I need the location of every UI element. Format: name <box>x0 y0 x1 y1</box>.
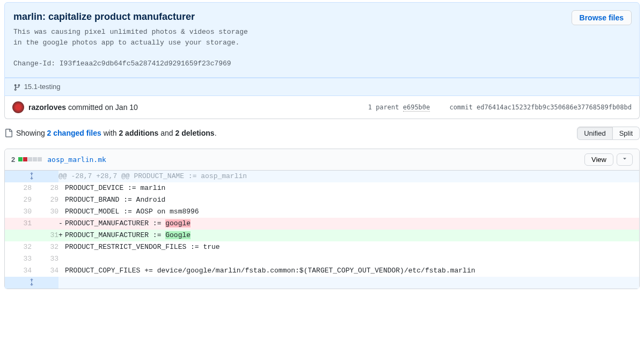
new-line-number[interactable]: 32 <box>32 241 58 253</box>
file-name-link[interactable]: aosp_marlin.mk <box>47 156 106 164</box>
code-cell: -PRODUCT_MANUFACTURER := google <box>58 218 639 230</box>
code-cell <box>58 253 639 265</box>
commit-sha: ed76414ac15232fbb9c350686e37768589fb08bd <box>477 104 632 111</box>
old-line-number[interactable]: 34 <box>5 265 32 277</box>
additions-count: 2 additions <box>119 129 158 137</box>
old-line-number[interactable] <box>5 230 32 241</box>
diff-view-toggle: Unified Split <box>577 127 640 140</box>
hunk-header: @@ -28,7 +28,7 @@ PRODUCT_NAME := aosp_m… <box>58 171 639 182</box>
code-cell: PRODUCT_BRAND := Android <box>58 194 639 206</box>
old-line-number[interactable]: 32 <box>5 241 32 253</box>
expand-button[interactable] <box>5 277 58 289</box>
commit-header: marlin: capitalize product manufacturer … <box>4 2 640 78</box>
commit-description: This was causing pixel unlimited photos … <box>13 27 631 69</box>
file-diff: 2 aosp_marlin.mk View @@ -28,7 +28,7 @@ … <box>4 149 640 289</box>
file-change-count: 2 <box>11 156 15 164</box>
old-line-number[interactable]: 31 <box>5 218 32 230</box>
code-cell: PRODUCT_MODEL := AOSP on msm8996 <box>58 206 639 218</box>
diffstat-icon <box>18 157 42 161</box>
file-menu-button[interactable] <box>617 153 633 166</box>
unfold-icon <box>27 278 36 286</box>
commit-sha-info: 1 parent e695b0e commit ed76414ac15232fb… <box>368 104 632 111</box>
changed-files-link[interactable]: 2 changed files <box>47 129 101 137</box>
code-cell: PRODUCT_COPY_FILES += device/google/marl… <box>58 265 639 277</box>
old-line-number[interactable]: 29 <box>5 194 32 206</box>
commit-date: committed on Jan 10 <box>68 103 138 112</box>
parent-sha-link[interactable]: e695b0e <box>403 104 430 112</box>
diff-line: 31+PRODUCT_MANUFACTURER := Google <box>5 230 639 241</box>
new-line-number[interactable] <box>32 218 58 230</box>
unfold-icon <box>27 172 36 180</box>
new-line-number[interactable]: 29 <box>32 194 58 206</box>
avatar[interactable] <box>12 101 24 113</box>
diff-toolbar: Showing 2 changed files with 2 additions… <box>0 119 644 145</box>
split-button[interactable]: Split <box>613 127 640 140</box>
code-cell: PRODUCT_DEVICE := marlin <box>58 182 639 194</box>
diff-line: 3333 <box>5 253 639 265</box>
diff-line: 3434 PRODUCT_COPY_FILES += device/google… <box>5 265 639 277</box>
chevron-down-icon <box>621 156 628 162</box>
file-header: 2 aosp_marlin.mk View <box>5 149 639 171</box>
code-cell: +PRODUCT_MANUFACTURER := Google <box>58 230 639 241</box>
old-line-number[interactable]: 28 <box>5 182 32 194</box>
diff-line: 2929 PRODUCT_BRAND := Android <box>5 194 639 206</box>
view-file-button[interactable]: View <box>584 153 613 166</box>
new-line-number[interactable]: 28 <box>32 182 58 194</box>
new-line-number[interactable]: 31 <box>32 230 58 241</box>
diff-table: @@ -28,7 +28,7 @@ PRODUCT_NAME := aosp_m… <box>5 171 639 289</box>
branch-name[interactable]: 15.1-testing <box>24 83 61 91</box>
diff-line: 3232 PRODUCT_RESTRICT_VENDOR_FILES := tr… <box>5 241 639 253</box>
old-line-number[interactable]: 30 <box>5 206 32 218</box>
unified-button[interactable]: Unified <box>577 127 612 140</box>
new-line-number[interactable]: 34 <box>32 265 58 277</box>
browse-files-button[interactable]: Browse files <box>572 10 632 25</box>
commit-meta: razorloves committed on Jan 10 1 parent … <box>4 96 640 119</box>
hunk-header-row: @@ -28,7 +28,7 @@ PRODUCT_NAME := aosp_m… <box>5 171 639 182</box>
diff-icon <box>4 129 13 137</box>
branch-row: 15.1-testing <box>4 78 640 96</box>
author-link[interactable]: razorloves <box>28 103 66 112</box>
new-line-number[interactable]: 30 <box>32 206 58 218</box>
branch-icon <box>13 84 21 91</box>
hunk-expand-row <box>5 277 639 289</box>
old-line-number[interactable]: 33 <box>5 253 32 265</box>
expand-button[interactable] <box>5 171 58 182</box>
commit-title: marlin: capitalize product manufacturer <box>13 11 631 23</box>
diff-line: 3030 PRODUCT_MODEL := AOSP on msm8996 <box>5 206 639 218</box>
new-line-number[interactable]: 33 <box>32 253 58 265</box>
deletions-count: 2 deletions <box>175 129 214 137</box>
diff-line: 31-PRODUCT_MANUFACTURER := google <box>5 218 639 230</box>
diff-line: 2828 PRODUCT_DEVICE := marlin <box>5 182 639 194</box>
code-cell: PRODUCT_RESTRICT_VENDOR_FILES := true <box>58 241 639 253</box>
